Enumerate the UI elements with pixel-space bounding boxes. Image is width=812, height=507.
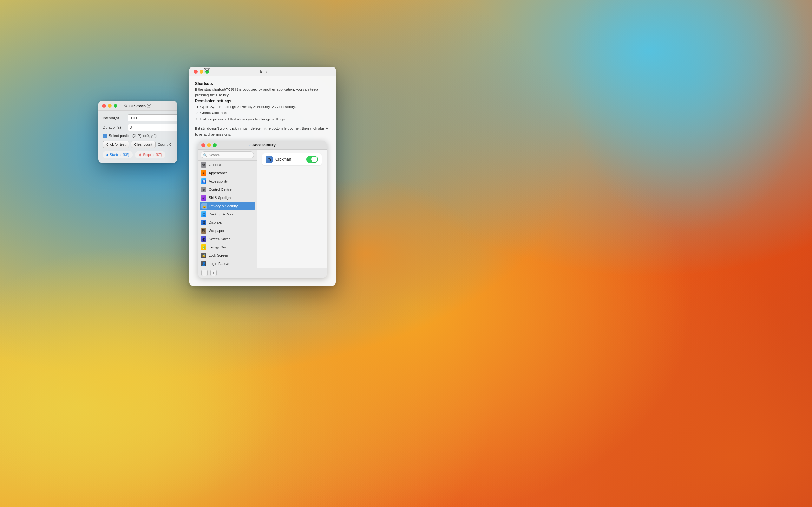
sp-item-login-password[interactable]: 👤 Login Password (198, 260, 257, 268)
duration-label: Duration(s) (103, 125, 125, 129)
sp-wallpaper-label: Wallpaper (209, 229, 224, 233)
sp-item-wallpaper[interactable]: 🖼 Wallpaper (198, 227, 257, 235)
sp-item-energy-saver[interactable]: 🔋 Energy Saver (198, 243, 257, 251)
sp-wallpaper-icon: 🖼 (201, 228, 206, 233)
clickman-titlebar: ⚙ Clickman ? (98, 101, 177, 111)
sp-back-button[interactable]: ‹ (249, 143, 251, 147)
coords-display: (x:0, y:0) (143, 134, 157, 137)
sp-desktop-label: Desktop & Dock (209, 212, 234, 216)
help-minimize-button[interactable] (200, 70, 203, 73)
sp-item-desktop-dock[interactable]: ◱ Desktop & Dock (198, 210, 257, 218)
sp-main-panel: 🖱 Clickman (257, 150, 327, 268)
sp-appearance-icon: ✦ (201, 170, 206, 176)
sp-title-text: Accessibility (252, 143, 275, 147)
start-label: Start(⌥⌘S) (110, 153, 130, 157)
clickman-window-title: ⚙ Clickman ? (124, 104, 151, 108)
sp-content: ⚙ General ✦ Appearance ♿ Accessibility (198, 150, 327, 268)
sp-permission-row: 🖱 Clickman (262, 153, 322, 165)
sp-traffic-lights (201, 143, 217, 147)
sp-desktop-icon: ◱ (201, 211, 206, 217)
help-note: If it still doesn't work, click minus - … (195, 125, 330, 137)
shortcuts-title: Shortcuts (195, 81, 330, 86)
start-icon: ● (106, 153, 108, 157)
permission-step-2: 2. Check Clickman. (196, 110, 330, 116)
sp-max[interactable] (213, 143, 217, 147)
sp-titlebar: ‹ Accessibility (198, 141, 327, 150)
sp-search-area (198, 150, 257, 161)
sp-sidebar: ⚙ General ✦ Appearance ♿ Accessibility (198, 150, 257, 268)
maximize-button[interactable] (113, 104, 117, 108)
permission-step-3: 3. Enter a password that allows you to c… (196, 116, 330, 123)
sp-item-control-centre[interactable]: ⊕ Control Centre (198, 185, 257, 193)
sp-item-accessibility[interactable]: ♿ Accessibility (198, 177, 257, 185)
settings-icon: ⚙ (124, 104, 128, 108)
start-button[interactable]: ● Start(⌥⌘S) (103, 151, 133, 158)
sp-accessibility-label: Accessibility (209, 179, 228, 183)
sp-close[interactable] (201, 143, 205, 147)
sp-control-centre-icon: ⊕ (201, 187, 206, 192)
sp-privacy-label: Privacy & Security (209, 204, 238, 208)
sp-siri-icon: ◎ (201, 195, 206, 201)
traffic-lights (102, 104, 117, 108)
sp-siri-label: Siri & Spotlight (209, 196, 232, 200)
sp-control-centre-label: Control Centre (209, 187, 232, 191)
close-button[interactable] (102, 104, 106, 108)
select-position-label: Select position(⌘P) (109, 133, 141, 138)
sp-app-info: 🖱 Clickman (266, 156, 291, 163)
interval-input[interactable] (128, 114, 177, 121)
sp-privacy-icon: 🔒 (201, 203, 207, 209)
select-position-checkbox[interactable] (103, 134, 107, 138)
click-for-test-button[interactable]: Click for test (103, 141, 129, 148)
sp-search-input[interactable] (201, 152, 254, 158)
sp-general-icon: ⚙ (201, 162, 206, 168)
sp-item-lock-screen[interactable]: 🔒 Lock Screen (198, 251, 257, 260)
sp-energy-icon: 🔋 (201, 244, 206, 250)
permission-steps: 1. Open System settings-> Privacy & Secu… (196, 104, 330, 123)
interval-row: Interval(s) (103, 114, 172, 121)
sp-item-privacy[interactable]: 🔒 Privacy & Security (200, 202, 255, 210)
duration-input[interactable] (128, 124, 177, 131)
count-label: Count: 0 (158, 143, 171, 147)
accessibility-toggle[interactable] (306, 156, 318, 163)
email-icon (204, 68, 210, 74)
clickman-help-icon[interactable]: ? (147, 104, 151, 108)
stop-button[interactable]: ⊗ Stop(⌥⌘T) (135, 151, 165, 158)
stop-icon: ⊗ (138, 153, 142, 157)
help-titlebar: Help (189, 66, 336, 76)
sp-min[interactable] (207, 143, 211, 147)
sp-login-icon: 👤 (201, 261, 206, 267)
sp-window-title: ‹ Accessibility (249, 143, 275, 147)
duration-row: Duration(s) (103, 124, 172, 131)
sp-accessibility-icon: ♿ (201, 178, 206, 184)
action-row: ● Start(⌥⌘S) ⊗ Stop(⌥⌘T) (103, 151, 172, 158)
clickman-window: ⚙ Clickman ? Interval(s) Duration(s) Sel… (98, 101, 177, 163)
sp-app-icon: 🖱 (266, 156, 273, 163)
clickman-body: Interval(s) Duration(s) Select position(… (98, 111, 177, 163)
shortcuts-text: If the stop shortcut(⌥⌘T) is occupied by… (195, 87, 330, 98)
interval-label: Interval(s) (103, 116, 125, 120)
sp-minus-button[interactable]: − (201, 270, 208, 276)
sp-appearance-label: Appearance (209, 171, 227, 175)
stop-label: Stop(⌥⌘T) (143, 153, 162, 157)
sp-item-displays[interactable]: 🖥 Displays (198, 218, 257, 227)
sp-item-appearance[interactable]: ✦ Appearance (198, 169, 257, 177)
permission-title: Permission settings (195, 99, 330, 103)
sp-item-siri[interactable]: ◎ Siri & Spotlight (198, 193, 257, 202)
sp-item-general[interactable]: ⚙ General (198, 161, 257, 169)
sp-energy-label: Energy Saver (209, 245, 230, 249)
sys-prefs-embed: ‹ Accessibility (198, 141, 327, 278)
sp-lock-label: Lock Screen (209, 253, 228, 257)
sp-plus-button[interactable]: + (210, 270, 217, 276)
select-position-row: Select position(⌘P) (x:0, y:0) (103, 133, 172, 138)
sp-app-name: Clickman (275, 157, 291, 162)
test-clear-row: Click for test Clear count Count: 0 (103, 141, 172, 148)
sp-general-label: General (209, 163, 221, 167)
sp-item-screen-saver[interactable]: ◐ Screen Saver (198, 235, 257, 243)
clear-count-button[interactable]: Clear count (131, 141, 156, 148)
sp-screen-saver-icon: ◐ (201, 236, 206, 242)
clickman-title-text: Clickman (129, 104, 146, 108)
permission-step-1: 1. Open System settings-> Privacy & Secu… (196, 104, 330, 110)
help-close-button[interactable] (194, 70, 198, 73)
minimize-button[interactable] (108, 104, 112, 108)
sp-lock-icon: 🔒 (201, 252, 206, 258)
